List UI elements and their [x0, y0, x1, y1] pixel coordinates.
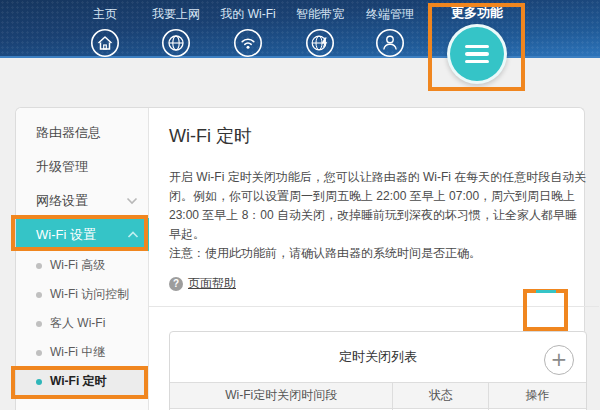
menu-bar [465, 45, 489, 49]
nav-label: 主页 [93, 6, 117, 23]
timer-list-header: 定时关闭列表 + [170, 332, 586, 382]
column-header-period: Wi-Fi定时关闭时间段 [170, 383, 393, 409]
chevron-down-icon [126, 197, 138, 205]
divider [149, 306, 599, 307]
sidebar-item-network-settings[interactable]: 网络设置 [16, 184, 148, 218]
sidebar-subitem-label: 客人 Wi-Fi [50, 315, 105, 332]
top-navbar: 主页 我要上网 我的 Wi-Fi [0, 0, 600, 58]
sidebar-item-label: 网络设置 [36, 192, 88, 210]
home-icon [90, 28, 120, 58]
description-line2: 注意：使用此功能前，请确认路由器的系统时间是否正确。 [169, 246, 481, 260]
nav-item-home[interactable]: 主页 [70, 6, 140, 58]
teal-dash [536, 290, 556, 293]
bullet-icon [36, 321, 42, 327]
sidebar-subitem-label: Wi-Fi 中继 [50, 344, 105, 361]
menu-bar [465, 60, 489, 64]
nav-item-smart-bandwidth[interactable]: 智能带宽 [285, 6, 355, 58]
content-area: Wi-Fi 定时 开启 Wi-Fi 定时关闭功能后，您可以让路由器的 Wi-Fi… [149, 108, 599, 410]
timer-table: Wi-Fi定时关闭时间段 状态 操作 [170, 382, 586, 410]
nav-label: 我要上网 [152, 6, 200, 23]
sidebar-subitem-wifi-timer[interactable]: Wi-Fi 定时 [16, 367, 149, 396]
menu-bar [465, 52, 489, 56]
description-line1: 开启 Wi-Fi 定时关闭功能后，您可以让路由器的 Wi-Fi 在每天的任意时段… [169, 170, 586, 241]
sidebar-subitem-label: Wi-Fi 访问控制 [50, 286, 129, 303]
nav-item-internet[interactable]: 我要上网 [141, 6, 211, 58]
timer-list-title: 定时关闭列表 [339, 348, 417, 366]
menu-icon[interactable] [447, 24, 507, 84]
sidebar-subitem-wifi-advanced[interactable]: Wi-Fi 高级 [16, 251, 148, 280]
page-help-label: 页面帮助 [188, 275, 236, 292]
user-icon [375, 28, 405, 58]
nav-item-more-functions[interactable]: 更多功能 [427, 4, 527, 84]
add-timer-button[interactable]: + [544, 345, 574, 375]
sidebar-item-label: 路由器信息 [36, 124, 101, 142]
nav-item-device-management[interactable]: 终端管理 [355, 6, 425, 58]
nav-label: 终端管理 [366, 6, 414, 23]
page-help-link[interactable]: ? 页面帮助 [169, 275, 236, 292]
sidebar-item-router-info[interactable]: 路由器信息 [16, 116, 148, 150]
nav-item-my-wifi[interactable]: 我的 Wi-Fi [213, 6, 283, 58]
sidebar-item-upgrade[interactable]: 升级管理 [16, 150, 148, 184]
sidebar-subitem-wifi-access-control[interactable]: Wi-Fi 访问控制 [16, 280, 148, 309]
bullet-icon [36, 263, 42, 269]
bullet-icon [36, 292, 42, 298]
column-header-action: 操作 [489, 383, 586, 409]
page-title: Wi-Fi 定时 [169, 124, 587, 148]
nav-label: 我的 Wi-Fi [220, 6, 275, 23]
sidebar-subitem-wifi-repeater[interactable]: Wi-Fi 中继 [16, 338, 148, 367]
sidebar-subitem-label: Wi-Fi 定时 [50, 373, 107, 390]
sidebar-item-wifi-settings[interactable]: Wi-Fi 设置 [16, 218, 149, 251]
main-panel: 路由器信息 升级管理 网络设置 Wi-Fi 设置 Wi-Fi 高级 [15, 107, 585, 410]
sidebar-item-label: Wi-Fi 设置 [36, 226, 96, 244]
bullet-icon [36, 350, 42, 356]
wifi-icon [233, 28, 263, 58]
bullet-icon [36, 379, 42, 385]
chevron-up-icon [127, 231, 139, 239]
globe-icon [161, 28, 191, 58]
sidebar-subitem-guest-wifi[interactable]: 客人 Wi-Fi [16, 309, 148, 338]
page: 主页 我要上网 我的 Wi-Fi [0, 0, 600, 410]
nav-label: 智能带宽 [296, 6, 344, 23]
help-icon: ? [169, 277, 183, 291]
nav-label: 更多功能 [451, 4, 503, 22]
timer-list-panel: 定时关闭列表 + Wi-Fi定时关闭时间段 状态 操作 [169, 331, 587, 410]
bandwidth-icon [305, 28, 335, 58]
column-header-status: 状态 [393, 383, 489, 409]
sidebar-subitem-label: Wi-Fi 高级 [50, 257, 105, 274]
sidebar: 路由器信息 升级管理 网络设置 Wi-Fi 设置 Wi-Fi 高级 [16, 108, 149, 410]
description: 开启 Wi-Fi 定时关闭功能后，您可以让路由器的 Wi-Fi 在每天的任意时段… [169, 168, 587, 263]
sidebar-item-label: 升级管理 [36, 158, 88, 176]
